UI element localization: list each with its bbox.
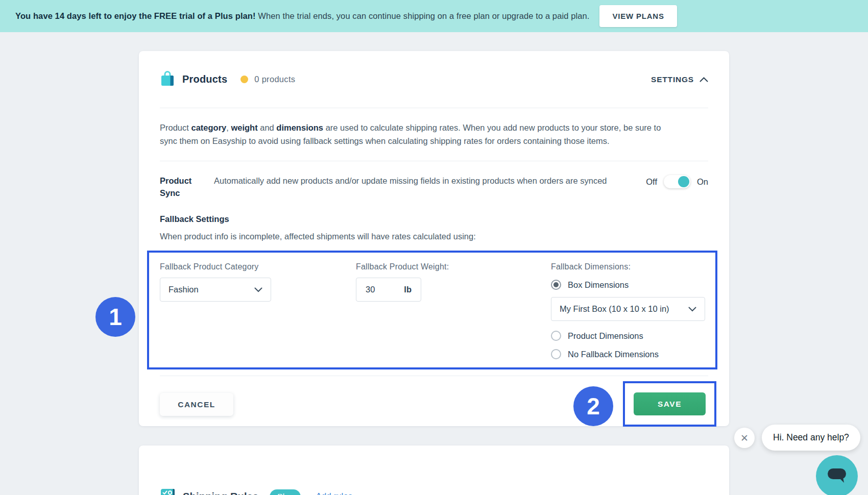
radio-selected-icon [551, 280, 561, 290]
radio-box-dimensions-label: Box Dimensions [568, 280, 629, 290]
section-divider [160, 161, 708, 161]
chat-greeting-text: Hi. Need any help? [773, 432, 849, 443]
products-title: Products [182, 73, 227, 85]
annotation-step-2-badge: 2 [573, 386, 613, 426]
chat-greeting-bubble[interactable]: Hi. Need any help? [762, 425, 860, 451]
save-annotation-box: 2 SAVE [623, 381, 716, 427]
radio-dot [553, 282, 559, 287]
cancel-button[interactable]: CANCEL [160, 393, 233, 416]
toggle-knob [678, 176, 689, 187]
settings-label: SETTINGS [651, 75, 694, 84]
close-icon: ✕ [740, 432, 749, 444]
radio-product-dimensions[interactable]: Product Dimensions [551, 331, 707, 341]
save-button[interactable]: SAVE [634, 392, 706, 415]
product-sync-description: Automatically add new products and/or up… [214, 175, 631, 187]
trial-banner-text: You have 14 days left to enjoy the FREE … [15, 11, 589, 21]
card-footer: CANCEL 2 SAVE [160, 376, 708, 426]
product-count-dot-icon [240, 76, 248, 83]
fallback-fields-annotation-box: 1 Fallback Product Category Fashion Fall… [147, 251, 717, 369]
fallback-category-label: Fallback Product Category [160, 262, 356, 271]
shopping-bag-icon [160, 70, 175, 89]
chat-close-button[interactable]: ✕ [734, 428, 755, 448]
trial-banner: You have 14 days left to enjoy the FREE … [0, 0, 868, 32]
fallback-weight-field[interactable]: 30 lb [356, 278, 421, 302]
trial-banner-bold-text: You have 14 days left to enjoy the FREE … [15, 11, 256, 20]
view-plans-button[interactable]: VIEW PLANS [599, 5, 677, 27]
radio-unselected-icon [551, 349, 561, 359]
chevron-down-icon [254, 285, 262, 294]
radio-unselected-icon [551, 331, 561, 341]
fallback-dimensions-label: Fallback Dimensions: [551, 262, 707, 271]
fallback-category-value: Fashion [168, 285, 199, 294]
chat-launcher-button[interactable] [816, 455, 858, 495]
toggle-off-label: Off [646, 177, 657, 187]
fallback-box-select[interactable]: My First Box (10 x 10 x 10 in) [551, 297, 705, 321]
fallback-category-column: Fallback Product Category Fashion [160, 262, 356, 359]
settings-toggle-button[interactable]: SETTINGS [651, 75, 708, 84]
add-rules-link[interactable]: Add rules [316, 491, 353, 495]
trial-banner-regular-text: When the trial ends, you can continue sh… [256, 11, 590, 20]
fallback-box-value: My First Box (10 x 10 x 10 in) [560, 304, 669, 314]
products-card-header: Products 0 products SETTINGS [139, 51, 729, 108]
annotation-step-1-badge: 1 [95, 297, 135, 337]
product-sync-row: Product Sync Automatically add new produ… [160, 175, 708, 199]
product-sync-label: Product Sync [160, 175, 214, 199]
fallback-weight-label: Fallback Product Weight: [356, 262, 551, 271]
radio-no-fallback-dimensions[interactable]: No Fallback Dimensions [551, 349, 707, 359]
products-card: Products 0 products SETTINGS Product cat… [139, 51, 729, 426]
chevron-up-icon [700, 75, 708, 84]
chat-bubble-icon [827, 467, 847, 485]
products-description: Product category, weight and dimensions … [160, 121, 672, 147]
fallback-dimensions-column: Fallback Dimensions: Box Dimensions My F… [551, 262, 707, 359]
shipping-rules-icon [160, 488, 176, 495]
product-count: 0 products [254, 75, 295, 84]
fallback-category-select[interactable]: Fashion [160, 278, 271, 302]
fallback-weight-unit: lb [404, 285, 412, 294]
plus-badge: Plus [270, 489, 300, 495]
radio-box-dimensions[interactable]: Box Dimensions [551, 280, 707, 290]
products-card-body: Product category, weight and dimensions … [139, 108, 729, 426]
easyship-products-settings-page: You have 14 days left to enjoy the FREE … [0, 0, 868, 495]
radio-product-dimensions-label: Product Dimensions [568, 331, 643, 341]
product-sync-toggle[interactable] [664, 175, 690, 188]
shipping-rules-title: Shipping Rules [183, 491, 258, 495]
chevron-down-icon [688, 304, 696, 314]
radio-no-fallback-dimensions-label: No Fallback Dimensions [568, 350, 659, 359]
fallback-weight-column: Fallback Product Weight: 30 lb [356, 262, 551, 359]
product-sync-toggle-group: Off On [646, 175, 708, 188]
fallback-settings-intro: When product info is incomplete, affecte… [160, 232, 708, 241]
shipping-rules-card: Shipping Rules Plus Add rules [139, 445, 729, 495]
fallback-settings-heading: Fallback Settings [160, 214, 708, 224]
fallback-weight-value: 30 [366, 285, 375, 294]
toggle-on-label: On [697, 177, 708, 187]
